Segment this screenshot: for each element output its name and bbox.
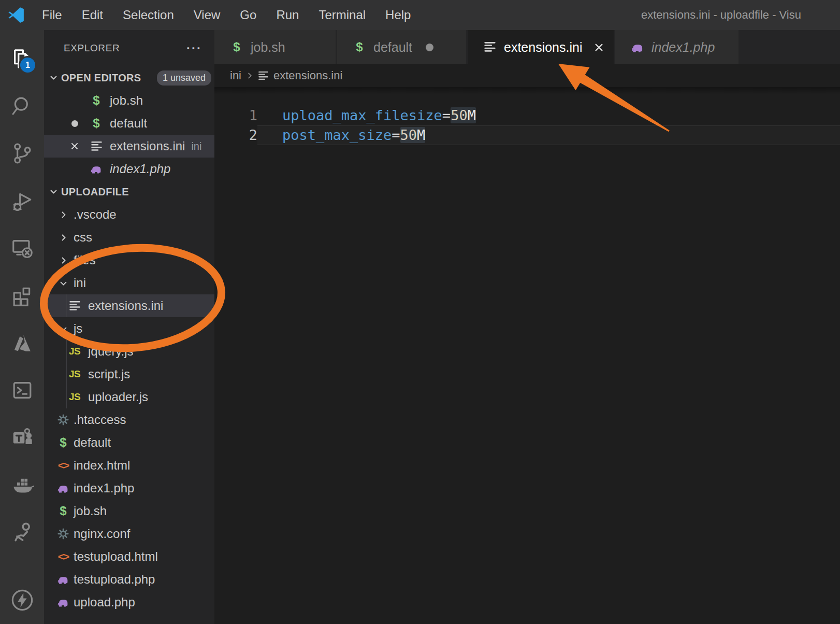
- open-editor-label: default: [110, 116, 147, 131]
- close-icon[interactable]: [67, 141, 82, 151]
- breadcrumb-folder[interactable]: ini: [230, 69, 241, 82]
- menu-selection[interactable]: Selection: [113, 8, 184, 22]
- tree-file-htaccess[interactable]: .htaccess: [44, 408, 214, 431]
- ini-key: post_max_size: [282, 127, 392, 143]
- close-icon[interactable]: [593, 42, 604, 53]
- tree-folder-vscode[interactable]: .vscode: [44, 203, 214, 226]
- equals-sign: =: [392, 127, 400, 143]
- vscode-window: File Edit Selection View Go Run Terminal…: [0, 0, 840, 624]
- chevron-right-icon: [56, 256, 70, 265]
- docker-icon[interactable]: [0, 461, 44, 508]
- chevron-down-icon: [56, 324, 70, 333]
- tree-file-script-js[interactable]: JS script.js: [44, 363, 214, 386]
- menu-edit[interactable]: Edit: [72, 8, 113, 22]
- unsaved-badge: 1 unsaved: [157, 70, 211, 86]
- shell-file-icon: $: [228, 40, 245, 54]
- tree-item-label: js: [74, 321, 82, 336]
- menu-go[interactable]: Go: [230, 8, 266, 22]
- tree-file-job-sh[interactable]: $ job.sh: [44, 500, 214, 522]
- ini-file-icon: [258, 70, 269, 81]
- chevron-down-icon: [49, 70, 58, 85]
- tab-bar: $ job.sh $ default extensions.ini index1…: [214, 30, 840, 64]
- remote-explorer-icon[interactable]: [0, 224, 44, 272]
- tree-item-label: testupload.html: [74, 549, 158, 564]
- modified-dot-icon[interactable]: [426, 44, 433, 51]
- extensions-icon[interactable]: [0, 272, 44, 319]
- tab-label: index1.php: [651, 40, 715, 55]
- sidebar-title: EXPLORER: [64, 42, 186, 54]
- run-and-debug-icon[interactable]: [0, 177, 44, 224]
- indent-guide: [66, 340, 67, 363]
- tree-file-testupload-html[interactable]: <> testupload.html: [44, 545, 214, 568]
- js-file-icon: JS: [67, 391, 82, 403]
- source-control-icon[interactable]: [0, 130, 44, 177]
- tab-job-sh[interactable]: $ job.sh: [214, 30, 336, 64]
- tree-item-label: default: [74, 435, 111, 450]
- open-editor-label: job.sh: [110, 93, 143, 108]
- open-editors-header[interactable]: OPEN EDITORS 1 unsaved: [44, 66, 214, 89]
- html-file-icon: <>: [56, 459, 70, 472]
- title-bar: File Edit Selection View Go Run Terminal…: [0, 0, 840, 30]
- tree-item-label: files: [74, 253, 96, 267]
- tab-index1-php[interactable]: index1.php: [615, 30, 738, 64]
- tree-file-jquery-js[interactable]: JS jquery.js: [44, 340, 214, 363]
- tree-item-label: extensions.ini: [88, 299, 163, 313]
- tree-file-default[interactable]: $ default: [44, 431, 214, 454]
- ini-value-number: 50: [400, 127, 417, 143]
- menu-file[interactable]: File: [32, 8, 72, 22]
- window-title: extensions.ini - uploadfile - Visu: [641, 0, 840, 30]
- ini-file-icon: [89, 140, 104, 152]
- open-editor-job-sh[interactable]: $ job.sh: [44, 89, 214, 112]
- code-runner-icon[interactable]: [0, 508, 44, 556]
- tree-file-extensions-ini[interactable]: extensions.ini: [44, 294, 214, 317]
- explorer-icon[interactable]: 1: [0, 35, 44, 82]
- more-actions-icon[interactable]: ···: [186, 41, 202, 55]
- teams-icon[interactable]: [0, 414, 44, 461]
- tree-file-nginx-conf[interactable]: nginx.conf: [44, 522, 214, 545]
- indent-guide: [66, 386, 67, 408]
- open-editor-index1-php[interactable]: index1.php: [44, 158, 214, 180]
- editor-header-shadow: [214, 87, 840, 94]
- tree-file-upload-php[interactable]: upload.php: [44, 591, 214, 614]
- tab-label: extensions.ini: [504, 40, 582, 55]
- equals-sign: =: [442, 107, 451, 123]
- code-area[interactable]: 1 upload_max_filesize=50M 2 post_max_siz…: [214, 87, 840, 624]
- tree-item-label: nginx.conf: [74, 527, 130, 541]
- tree-folder-ini[interactable]: ini: [44, 272, 214, 294]
- tree-item-label: .vscode: [74, 207, 117, 222]
- terminal-icon[interactable]: [0, 366, 44, 414]
- menu-view[interactable]: View: [184, 8, 230, 22]
- tab-default[interactable]: $ default: [337, 30, 466, 64]
- tree-file-index-html[interactable]: <> index.html: [44, 454, 214, 477]
- menu-terminal[interactable]: Terminal: [309, 8, 375, 22]
- thunder-client-icon[interactable]: [0, 577, 44, 624]
- shell-file-icon: $: [56, 435, 70, 450]
- chevron-right-icon: [56, 210, 70, 219]
- php-file-icon: [629, 42, 646, 53]
- line-number: 2: [214, 125, 257, 145]
- modified-dot-icon[interactable]: [67, 120, 82, 127]
- menu-help[interactable]: Help: [375, 8, 421, 22]
- activity-bar: 1: [0, 30, 44, 624]
- menu-run[interactable]: Run: [266, 8, 309, 22]
- breadcrumb-file[interactable]: extensions.ini: [273, 69, 342, 82]
- ini-file-icon: [67, 300, 82, 312]
- open-editors-label: OPEN EDITORS: [61, 72, 141, 84]
- code-line-2: 2 post_max_size=50M: [214, 125, 840, 145]
- tree-file-uploader-js[interactable]: JS uploader.js: [44, 386, 214, 408]
- search-icon[interactable]: [0, 82, 44, 130]
- tree-folder-files[interactable]: files: [44, 249, 214, 272]
- tab-extensions-ini[interactable]: extensions.ini: [468, 30, 614, 64]
- tree-file-testupload-php[interactable]: testupload.php: [44, 568, 214, 591]
- tree-folder-js[interactable]: js: [44, 317, 214, 340]
- azure-icon[interactable]: [0, 319, 44, 366]
- indent-guide: [66, 363, 67, 386]
- tree-folder-css[interactable]: css: [44, 226, 214, 249]
- tree-root-uploadfile[interactable]: UPLOADFILE: [44, 180, 214, 203]
- vscode-logo-icon: [7, 6, 25, 24]
- tree-file-index1-php[interactable]: index1.php: [44, 477, 214, 500]
- chevron-right-icon: [245, 72, 254, 80]
- shell-file-icon: $: [56, 504, 70, 518]
- open-editor-default[interactable]: $ default: [44, 112, 214, 135]
- open-editor-extensions-ini[interactable]: extensions.ini ini: [44, 135, 214, 158]
